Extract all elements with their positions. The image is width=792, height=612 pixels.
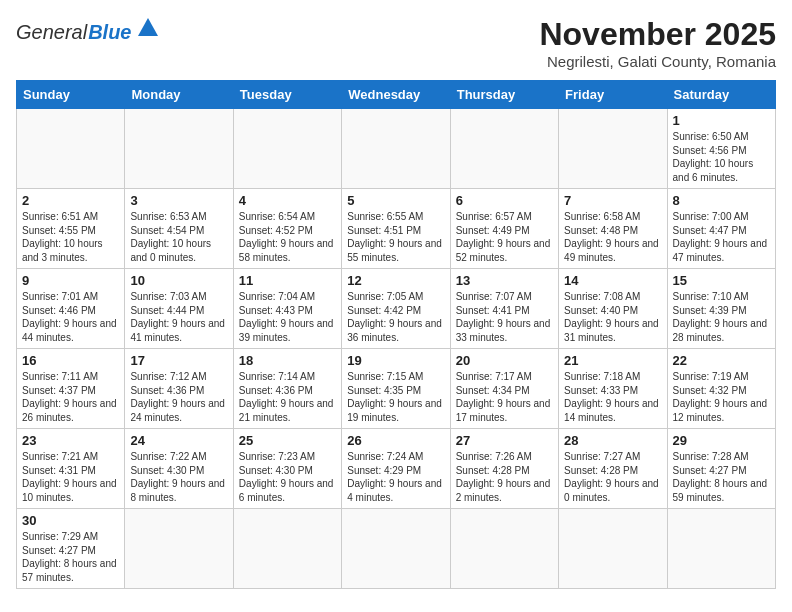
calendar-week-row: 9Sunrise: 7:01 AM Sunset: 4:46 PM Daylig… <box>17 269 776 349</box>
logo-blue-text: Blue <box>88 21 131 44</box>
header-thursday: Thursday <box>450 81 558 109</box>
calendar-subtitle: Negrilesti, Galati County, Romania <box>539 53 776 70</box>
day-info: Sunrise: 7:15 AM Sunset: 4:35 PM Dayligh… <box>347 370 444 424</box>
day-info: Sunrise: 7:05 AM Sunset: 4:42 PM Dayligh… <box>347 290 444 344</box>
weekday-header-row: Sunday Monday Tuesday Wednesday Thursday… <box>17 81 776 109</box>
day-number: 17 <box>130 353 227 368</box>
day-info: Sunrise: 7:27 AM Sunset: 4:28 PM Dayligh… <box>564 450 661 504</box>
day-info: Sunrise: 7:18 AM Sunset: 4:33 PM Dayligh… <box>564 370 661 424</box>
calendar-cell: 17Sunrise: 7:12 AM Sunset: 4:36 PM Dayli… <box>125 349 233 429</box>
day-info: Sunrise: 7:07 AM Sunset: 4:41 PM Dayligh… <box>456 290 553 344</box>
calendar-week-row: 16Sunrise: 7:11 AM Sunset: 4:37 PM Dayli… <box>17 349 776 429</box>
calendar-cell: 8Sunrise: 7:00 AM Sunset: 4:47 PM Daylig… <box>667 189 775 269</box>
day-info: Sunrise: 6:54 AM Sunset: 4:52 PM Dayligh… <box>239 210 336 264</box>
day-info: Sunrise: 6:51 AM Sunset: 4:55 PM Dayligh… <box>22 210 119 264</box>
day-number: 18 <box>239 353 336 368</box>
day-number: 6 <box>456 193 553 208</box>
calendar-cell: 27Sunrise: 7:26 AM Sunset: 4:28 PM Dayli… <box>450 429 558 509</box>
calendar-cell: 19Sunrise: 7:15 AM Sunset: 4:35 PM Dayli… <box>342 349 450 429</box>
day-number: 8 <box>673 193 770 208</box>
title-block: November 2025 Negrilesti, Galati County,… <box>539 16 776 70</box>
svg-marker-0 <box>138 18 158 36</box>
day-number: 10 <box>130 273 227 288</box>
day-number: 16 <box>22 353 119 368</box>
day-info: Sunrise: 7:12 AM Sunset: 4:36 PM Dayligh… <box>130 370 227 424</box>
header-wednesday: Wednesday <box>342 81 450 109</box>
calendar-cell <box>233 109 341 189</box>
day-number: 12 <box>347 273 444 288</box>
header-tuesday: Tuesday <box>233 81 341 109</box>
day-number: 15 <box>673 273 770 288</box>
day-info: Sunrise: 7:23 AM Sunset: 4:30 PM Dayligh… <box>239 450 336 504</box>
day-number: 7 <box>564 193 661 208</box>
calendar-cell: 11Sunrise: 7:04 AM Sunset: 4:43 PM Dayli… <box>233 269 341 349</box>
calendar-cell: 7Sunrise: 6:58 AM Sunset: 4:48 PM Daylig… <box>559 189 667 269</box>
day-number: 30 <box>22 513 119 528</box>
calendar-cell <box>559 509 667 589</box>
day-number: 14 <box>564 273 661 288</box>
day-info: Sunrise: 7:03 AM Sunset: 4:44 PM Dayligh… <box>130 290 227 344</box>
calendar-cell: 24Sunrise: 7:22 AM Sunset: 4:30 PM Dayli… <box>125 429 233 509</box>
day-info: Sunrise: 7:22 AM Sunset: 4:30 PM Dayligh… <box>130 450 227 504</box>
day-number: 1 <box>673 113 770 128</box>
day-info: Sunrise: 6:50 AM Sunset: 4:56 PM Dayligh… <box>673 130 770 184</box>
day-number: 2 <box>22 193 119 208</box>
calendar-cell: 14Sunrise: 7:08 AM Sunset: 4:40 PM Dayli… <box>559 269 667 349</box>
calendar-cell: 3Sunrise: 6:53 AM Sunset: 4:54 PM Daylig… <box>125 189 233 269</box>
calendar-cell: 20Sunrise: 7:17 AM Sunset: 4:34 PM Dayli… <box>450 349 558 429</box>
page-header: General Blue November 2025 Negrilesti, G… <box>16 16 776 70</box>
day-number: 28 <box>564 433 661 448</box>
day-info: Sunrise: 6:53 AM Sunset: 4:54 PM Dayligh… <box>130 210 227 264</box>
calendar-cell <box>125 509 233 589</box>
day-number: 19 <box>347 353 444 368</box>
day-number: 24 <box>130 433 227 448</box>
day-number: 5 <box>347 193 444 208</box>
day-number: 9 <box>22 273 119 288</box>
day-info: Sunrise: 7:01 AM Sunset: 4:46 PM Dayligh… <box>22 290 119 344</box>
day-info: Sunrise: 7:26 AM Sunset: 4:28 PM Dayligh… <box>456 450 553 504</box>
calendar-cell: 9Sunrise: 7:01 AM Sunset: 4:46 PM Daylig… <box>17 269 125 349</box>
calendar-cell <box>342 109 450 189</box>
logo-general-text: General <box>16 21 87 44</box>
calendar-week-row: 1Sunrise: 6:50 AM Sunset: 4:56 PM Daylig… <box>17 109 776 189</box>
calendar-cell: 10Sunrise: 7:03 AM Sunset: 4:44 PM Dayli… <box>125 269 233 349</box>
day-info: Sunrise: 7:19 AM Sunset: 4:32 PM Dayligh… <box>673 370 770 424</box>
day-number: 11 <box>239 273 336 288</box>
calendar-cell: 5Sunrise: 6:55 AM Sunset: 4:51 PM Daylig… <box>342 189 450 269</box>
day-number: 22 <box>673 353 770 368</box>
calendar-cell <box>667 509 775 589</box>
calendar-cell: 2Sunrise: 6:51 AM Sunset: 4:55 PM Daylig… <box>17 189 125 269</box>
calendar-cell: 4Sunrise: 6:54 AM Sunset: 4:52 PM Daylig… <box>233 189 341 269</box>
calendar-cell <box>125 109 233 189</box>
day-info: Sunrise: 7:21 AM Sunset: 4:31 PM Dayligh… <box>22 450 119 504</box>
calendar-cell: 23Sunrise: 7:21 AM Sunset: 4:31 PM Dayli… <box>17 429 125 509</box>
calendar-cell: 12Sunrise: 7:05 AM Sunset: 4:42 PM Dayli… <box>342 269 450 349</box>
calendar-cell: 1Sunrise: 6:50 AM Sunset: 4:56 PM Daylig… <box>667 109 775 189</box>
header-monday: Monday <box>125 81 233 109</box>
calendar-cell <box>342 509 450 589</box>
day-info: Sunrise: 7:04 AM Sunset: 4:43 PM Dayligh… <box>239 290 336 344</box>
calendar-cell: 15Sunrise: 7:10 AM Sunset: 4:39 PM Dayli… <box>667 269 775 349</box>
day-info: Sunrise: 7:11 AM Sunset: 4:37 PM Dayligh… <box>22 370 119 424</box>
calendar-cell <box>559 109 667 189</box>
day-info: Sunrise: 6:55 AM Sunset: 4:51 PM Dayligh… <box>347 210 444 264</box>
day-info: Sunrise: 7:14 AM Sunset: 4:36 PM Dayligh… <box>239 370 336 424</box>
day-info: Sunrise: 7:28 AM Sunset: 4:27 PM Dayligh… <box>673 450 770 504</box>
calendar-cell: 16Sunrise: 7:11 AM Sunset: 4:37 PM Dayli… <box>17 349 125 429</box>
day-number: 3 <box>130 193 227 208</box>
day-number: 27 <box>456 433 553 448</box>
calendar-week-row: 2Sunrise: 6:51 AM Sunset: 4:55 PM Daylig… <box>17 189 776 269</box>
calendar-week-row: 23Sunrise: 7:21 AM Sunset: 4:31 PM Dayli… <box>17 429 776 509</box>
calendar-cell: 18Sunrise: 7:14 AM Sunset: 4:36 PM Dayli… <box>233 349 341 429</box>
day-info: Sunrise: 7:00 AM Sunset: 4:47 PM Dayligh… <box>673 210 770 264</box>
day-number: 29 <box>673 433 770 448</box>
calendar-cell <box>233 509 341 589</box>
calendar-cell: 29Sunrise: 7:28 AM Sunset: 4:27 PM Dayli… <box>667 429 775 509</box>
calendar-cell <box>450 509 558 589</box>
day-info: Sunrise: 7:10 AM Sunset: 4:39 PM Dayligh… <box>673 290 770 344</box>
logo: General Blue <box>16 16 159 44</box>
day-info: Sunrise: 7:17 AM Sunset: 4:34 PM Dayligh… <box>456 370 553 424</box>
header-saturday: Saturday <box>667 81 775 109</box>
day-number: 20 <box>456 353 553 368</box>
calendar-cell: 13Sunrise: 7:07 AM Sunset: 4:41 PM Dayli… <box>450 269 558 349</box>
